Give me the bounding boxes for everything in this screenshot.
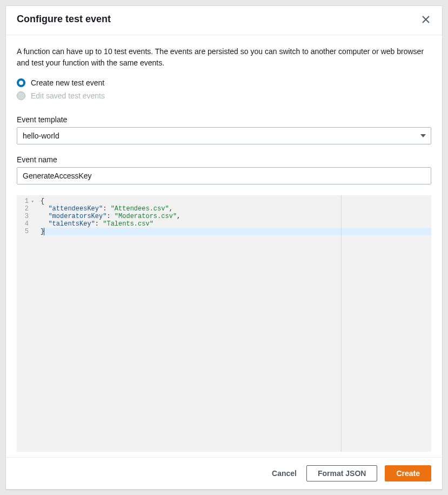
event-template-field: Event template hello-world: [17, 115, 431, 144]
json-value: Talents.csv: [106, 220, 149, 228]
modal-body: A function can have up to 10 test events…: [6, 35, 442, 457]
close-button[interactable]: [420, 14, 431, 25]
intro-text: A function can have up to 10 test events…: [17, 46, 431, 69]
modal-title: Configure test event: [17, 14, 111, 25]
json-editor[interactable]: 1▾ 2 3 4 5 { "attendeesKey": "Attendees.…: [17, 195, 431, 452]
format-json-button[interactable]: Format JSON: [306, 465, 377, 481]
event-template-select[interactable]: hello-world: [17, 127, 431, 144]
event-name-field: Event name: [17, 155, 431, 184]
modal-footer: Cancel Format JSON Create: [6, 457, 442, 489]
json-value: Attendees.csv: [115, 205, 165, 213]
event-template-label: Event template: [17, 115, 431, 124]
json-value: Moderators.csv: [118, 213, 173, 220]
line-number: 2: [25, 205, 29, 213]
cancel-button[interactable]: Cancel: [270, 466, 299, 481]
modal-header: Configure test event: [6, 6, 442, 35]
json-key: talentsKey: [52, 220, 91, 228]
fold-icon[interactable]: ▾: [31, 198, 34, 206]
modal-backdrop: Configure test event A function can have…: [0, 0, 448, 495]
radio-create-new[interactable]: Create new test event: [17, 78, 431, 87]
close-icon: [422, 16, 430, 23]
chevron-down-icon: [420, 134, 426, 137]
radio-edit-saved-label: Edit saved test events: [31, 91, 105, 100]
editor-content[interactable]: { "attendeesKey": "Attendees.csv", "mode…: [38, 195, 431, 452]
print-margin: [341, 195, 342, 452]
radio-unselected-icon: [17, 91, 25, 100]
json-key: moderatorsKey: [52, 213, 103, 220]
event-template-value: hello-world: [17, 127, 431, 144]
event-name-input[interactable]: [17, 167, 431, 184]
line-number: 4: [25, 220, 29, 228]
line-number: 5: [25, 228, 29, 235]
radio-edit-saved: Edit saved test events: [17, 91, 431, 100]
event-name-label: Event name: [17, 155, 431, 164]
radio-create-new-label: Create new test event: [31, 78, 104, 87]
json-key: attendeesKey: [52, 205, 99, 213]
line-number: 3: [25, 213, 29, 220]
configure-test-event-modal: Configure test event A function can have…: [5, 5, 443, 490]
line-number: 1: [25, 197, 29, 205]
create-button[interactable]: Create: [385, 465, 431, 481]
editor-gutter: 1▾ 2 3 4 5: [17, 195, 38, 452]
radio-selected-icon: [17, 78, 25, 87]
event-mode-radio-group: Create new test event Edit saved test ev…: [17, 78, 431, 104]
